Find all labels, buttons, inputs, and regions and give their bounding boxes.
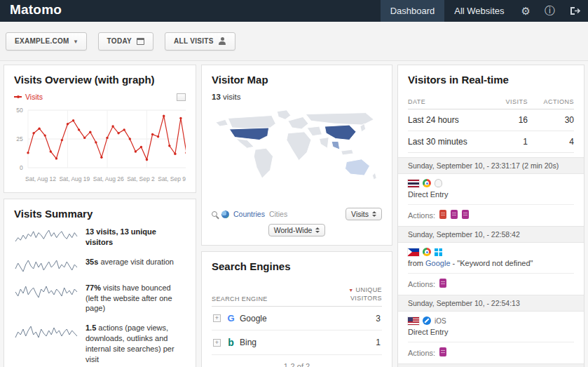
- y-axis-ticks: 50 25 0: [14, 105, 25, 173]
- sparkline[interactable]: [14, 228, 78, 243]
- map-metric-select[interactable]: Visits: [346, 208, 382, 220]
- column-left: Visits Overview (with graph) Visits 50 2…: [4, 65, 196, 367]
- summary-row: 35s average visit duration: [14, 257, 186, 274]
- help-info-icon[interactable]: ⓘ: [538, 0, 562, 22]
- widget-title: Visits Overview (with graph): [14, 74, 186, 86]
- tab-dashboard[interactable]: Dashboard: [381, 0, 445, 22]
- tab-all-websites[interactable]: All Websites: [444, 0, 514, 22]
- summary-value: 13 visits, 13 unique visitors: [86, 227, 156, 246]
- segment-selector[interactable]: ALL VISITS: [165, 32, 235, 51]
- engine-name: Bing: [240, 338, 257, 347]
- select-arrows-icon: [315, 227, 320, 233]
- actions-label: Actions:: [408, 349, 435, 357]
- sparkline[interactable]: [14, 258, 78, 274]
- safari-icon: [423, 316, 431, 325]
- visit-referrer: Direct Entry: [408, 327, 574, 342]
- visit-entry: Sunday, September 10, - 22:54:13 iOS Dir…: [408, 295, 574, 363]
- visit-icons: [408, 174, 574, 189]
- engine-name: Google: [240, 314, 267, 323]
- visit-entry: Sunday, September 10, - 22:58:42 from Go…: [408, 226, 574, 295]
- action-page-icons: [435, 279, 446, 289]
- x-tick: Sat, Sep 2: [127, 175, 155, 182]
- x-axis-ticks: Sat, Aug 12 Sat, Aug 19 Sat, Aug 26 Sat,…: [25, 175, 186, 182]
- map-mode-cities[interactable]: Cities: [269, 210, 287, 218]
- map-visits-count: 13: [212, 93, 221, 101]
- visits-line-chart[interactable]: [25, 105, 186, 173]
- legend-metric[interactable]: Visits: [25, 93, 43, 101]
- chart-export-icon[interactable]: [177, 93, 186, 101]
- column-middle: Visitor Map 13 visits: [201, 65, 392, 367]
- app-logo[interactable]: Matomo: [0, 0, 71, 22]
- map-footer: Countries Cities Visits: [212, 208, 382, 220]
- realtime-table-header: DATE VISITS ACTIONS: [408, 93, 574, 109]
- dashboard-grid: Visits Overview (with graph) Visits 50 2…: [0, 61, 588, 367]
- col-unique-visitors[interactable]: ▼ UNIQUE VISITORS: [331, 286, 382, 302]
- engine-visitors: 3: [376, 314, 381, 323]
- map-visits-label: visits: [221, 93, 241, 101]
- visit-entry: Sunday, September 10, - 23:31:17 (2 min …: [408, 157, 574, 226]
- column-right: Visitors in Real-time DATE VISITS ACTION…: [397, 65, 584, 367]
- expand-plus-icon[interactable]: [213, 339, 221, 347]
- site-selector[interactable]: EXAMPLE.COM ▾: [6, 32, 87, 51]
- sparkline[interactable]: [14, 284, 78, 300]
- map-region-select[interactable]: World-Wide: [268, 224, 326, 236]
- period-label: Last 30 minutes: [408, 137, 487, 147]
- expand-plus-icon[interactable]: [213, 314, 221, 322]
- world-map[interactable]: [212, 104, 382, 201]
- y-tick: 0: [14, 164, 23, 171]
- calendar-icon: [137, 38, 144, 45]
- map-metric-value: Visits: [351, 210, 369, 218]
- widget-title: Visitors in Real-time: [408, 74, 574, 86]
- page-action-icon[interactable]: [439, 347, 446, 356]
- x-tick: Sat, Aug 19: [59, 175, 90, 182]
- chrome-icon: [423, 248, 431, 256]
- legend-marker-icon: [14, 96, 22, 98]
- chart-legend: Visits: [14, 93, 186, 101]
- settings-gear-icon[interactable]: ⚙: [514, 0, 538, 22]
- page-action-icon[interactable]: [462, 210, 469, 219]
- pagination-label: 1-2 of 2: [212, 355, 382, 367]
- visit-timestamp: Sunday, September 10, - 23:31:17 (2 min …: [398, 157, 584, 174]
- visit-icons: [408, 243, 574, 258]
- col-search-engine[interactable]: SEARCH ENGINE: [212, 295, 268, 302]
- visit-timestamp: Sunday, September 10, - 22:58:42: [398, 226, 584, 243]
- visit-icons: iOS: [408, 312, 574, 327]
- realtime-visits-feed: Sunday, September 10, - 23:31:17 (2 min …: [408, 157, 574, 367]
- zoom-out-icon[interactable]: [212, 211, 217, 217]
- referrer-suffix: - "Keyword not defined": [451, 259, 533, 267]
- visits-summary-widget: Visits Summary 13 visits, 13 unique visi…: [4, 199, 196, 367]
- table-row: Last 24 hours 16 30: [408, 109, 574, 131]
- y-tick: 50: [14, 107, 23, 114]
- page-action-icon[interactable]: [439, 210, 446, 219]
- search-engines-header: SEARCH ENGINE ▼ UNIQUE VISITORS: [212, 279, 382, 307]
- period-label: Last 24 hours: [408, 115, 487, 125]
- col-actions: ACTIONS: [528, 98, 574, 105]
- map-mode-countries[interactable]: Countries: [233, 210, 265, 218]
- page-action-icon[interactable]: [451, 210, 458, 219]
- summary-value: 1.5: [86, 323, 96, 332]
- controls-bar: EXAMPLE.COM ▾ TODAY ALL VISITS: [0, 22, 588, 61]
- segment-selector-label: ALL VISITS: [174, 37, 214, 45]
- realtime-widget: Visitors in Real-time DATE VISITS ACTION…: [397, 65, 584, 367]
- site-selector-label: EXAMPLE.COM: [15, 37, 69, 45]
- col-date: DATE: [408, 98, 487, 105]
- visit-referrer: from Google - "Keyword not defined": [408, 258, 574, 273]
- windows-icon: [435, 248, 442, 256]
- us-flag-icon: [408, 317, 419, 325]
- date-selector[interactable]: TODAY: [98, 32, 153, 51]
- topbar: Matomo Dashboard All Websites ⚙ ⓘ: [0, 0, 588, 22]
- globe-icon: [221, 211, 229, 218]
- visit-actions: Actions:: [408, 204, 574, 226]
- visit-entry: Sunday, September 10, - 20:02:15: [408, 363, 574, 367]
- linux-icon: [435, 179, 442, 187]
- signout-icon[interactable]: [562, 0, 588, 22]
- sparkline[interactable]: [14, 324, 78, 340]
- person-icon: [219, 38, 226, 45]
- page-action-icon[interactable]: [439, 279, 446, 288]
- widget-title: Visits Summary: [14, 208, 186, 220]
- summary-value: 35s: [86, 258, 98, 266]
- referrer-link[interactable]: Google: [425, 259, 450, 267]
- summary-value: 77%: [86, 283, 101, 292]
- table-row: Google 3: [212, 307, 382, 331]
- x-tick: Sat, Aug 26: [93, 175, 124, 182]
